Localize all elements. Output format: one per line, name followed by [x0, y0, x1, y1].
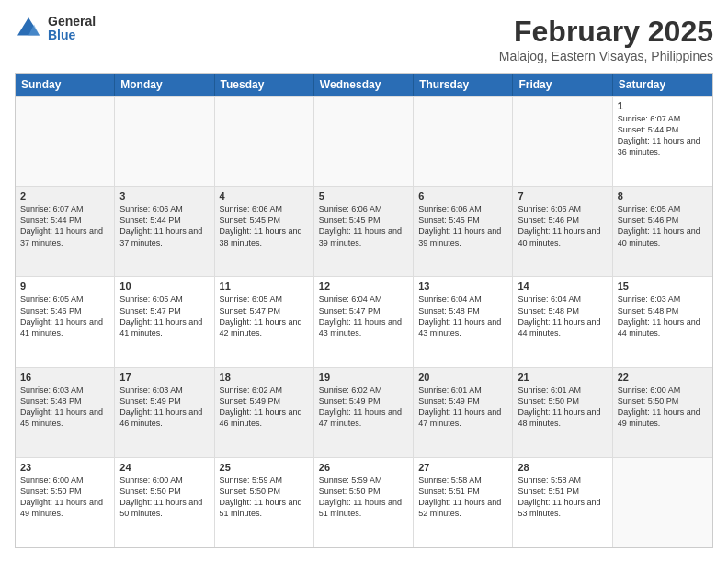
- calendar-cell: 2Sunrise: 6:07 AMSunset: 5:44 PMDaylight…: [16, 187, 115, 276]
- day-number: 3: [119, 190, 209, 201]
- day-number: 11: [220, 281, 309, 292]
- calendar-cell: 21Sunrise: 6:01 AMSunset: 5:50 PMDayligh…: [513, 368, 612, 457]
- cell-info: Sunrise: 6:06 AMSunset: 5:46 PMDaylight:…: [518, 203, 607, 248]
- calendar-cell: 18Sunrise: 6:02 AMSunset: 5:49 PMDayligh…: [215, 368, 314, 457]
- day-number: 19: [319, 372, 408, 383]
- calendar-cell: 7Sunrise: 6:06 AMSunset: 5:46 PMDaylight…: [513, 187, 612, 276]
- calendar: SundayMondayTuesdayWednesdayThursdayFrid…: [15, 73, 713, 548]
- calendar-row: 9Sunrise: 6:05 AMSunset: 5:46 PMDaylight…: [16, 276, 712, 366]
- cell-info: Sunrise: 6:03 AMSunset: 5:48 PMDaylight:…: [618, 293, 708, 339]
- calendar-cell: 10Sunrise: 6:05 AMSunset: 5:47 PMDayligh…: [115, 277, 214, 366]
- calendar-cell: [215, 97, 314, 186]
- cell-info: Sunrise: 6:05 AMSunset: 5:46 PMDaylight:…: [20, 293, 109, 339]
- cell-info: Sunrise: 6:06 AMSunset: 5:45 PMDaylight:…: [220, 203, 309, 248]
- day-number: 9: [20, 281, 109, 292]
- cell-info: Sunrise: 6:00 AMSunset: 5:50 PMDaylight:…: [119, 475, 209, 520]
- calendar-cell: 19Sunrise: 6:02 AMSunset: 5:49 PMDayligh…: [314, 368, 414, 457]
- day-number: 21: [518, 372, 607, 383]
- calendar-header-cell: Sunday: [16, 74, 115, 96]
- calendar-cell: 16Sunrise: 6:03 AMSunset: 5:48 PMDayligh…: [16, 368, 115, 457]
- calendar-cell: 20Sunrise: 6:01 AMSunset: 5:49 PMDayligh…: [414, 368, 513, 457]
- day-number: 18: [220, 372, 309, 383]
- cell-info: Sunrise: 5:58 AMSunset: 5:51 PMDaylight:…: [518, 475, 607, 520]
- calendar-cell: 5Sunrise: 6:06 AMSunset: 5:45 PMDaylight…: [314, 187, 414, 276]
- day-number: 14: [518, 281, 607, 292]
- day-number: 12: [319, 281, 408, 292]
- day-number: 10: [119, 281, 209, 292]
- calendar-cell: 11Sunrise: 6:05 AMSunset: 5:47 PMDayligh…: [215, 277, 314, 366]
- calendar-header-cell: Tuesday: [215, 74, 314, 96]
- day-number: 20: [418, 372, 507, 383]
- logo: General Blue: [15, 15, 96, 43]
- calendar-row: 23Sunrise: 6:00 AMSunset: 5:50 PMDayligh…: [16, 457, 712, 547]
- calendar-cell: 27Sunrise: 5:58 AMSunset: 5:51 PMDayligh…: [414, 458, 513, 547]
- calendar-cell: 14Sunrise: 6:04 AMSunset: 5:48 PMDayligh…: [513, 277, 612, 366]
- cell-info: Sunrise: 6:07 AMSunset: 5:44 PMDaylight:…: [618, 113, 708, 158]
- calendar-row: 16Sunrise: 6:03 AMSunset: 5:48 PMDayligh…: [16, 367, 712, 457]
- calendar-cell: 3Sunrise: 6:06 AMSunset: 5:44 PMDaylight…: [115, 187, 214, 276]
- calendar-cell: 15Sunrise: 6:03 AMSunset: 5:48 PMDayligh…: [613, 277, 712, 366]
- subtitle: Malajog, Eastern Visayas, Philippines: [499, 49, 713, 63]
- cell-info: Sunrise: 6:04 AMSunset: 5:48 PMDaylight:…: [418, 293, 507, 339]
- main-title: February 2025: [499, 15, 713, 49]
- calendar-cell: 28Sunrise: 5:58 AMSunset: 5:51 PMDayligh…: [513, 458, 612, 547]
- cell-info: Sunrise: 6:03 AMSunset: 5:48 PMDaylight:…: [20, 385, 109, 430]
- cell-info: Sunrise: 6:07 AMSunset: 5:44 PMDaylight:…: [20, 203, 109, 248]
- calendar-cell: 12Sunrise: 6:04 AMSunset: 5:47 PMDayligh…: [314, 277, 414, 366]
- calendar-cell: 24Sunrise: 6:00 AMSunset: 5:50 PMDayligh…: [115, 458, 214, 547]
- day-number: 28: [518, 462, 607, 473]
- cell-info: Sunrise: 6:06 AMSunset: 5:44 PMDaylight:…: [119, 203, 209, 248]
- calendar-cell: [513, 97, 612, 186]
- calendar-cell: 22Sunrise: 6:00 AMSunset: 5:50 PMDayligh…: [613, 368, 712, 457]
- day-number: 1: [618, 100, 708, 111]
- day-number: 27: [418, 462, 507, 473]
- cell-info: Sunrise: 5:59 AMSunset: 5:50 PMDaylight:…: [220, 475, 309, 520]
- calendar-header-cell: Monday: [115, 74, 214, 96]
- day-number: 5: [319, 190, 408, 201]
- calendar-row: 2Sunrise: 6:07 AMSunset: 5:44 PMDaylight…: [16, 186, 712, 276]
- day-number: 15: [618, 281, 708, 292]
- day-number: 26: [319, 462, 408, 473]
- day-number: 25: [220, 462, 309, 473]
- calendar-header-cell: Wednesday: [314, 74, 414, 96]
- calendar-cell: [613, 458, 712, 547]
- calendar-cell: 17Sunrise: 6:03 AMSunset: 5:49 PMDayligh…: [115, 368, 214, 457]
- day-number: 16: [20, 372, 109, 383]
- cell-info: Sunrise: 6:05 AMSunset: 5:47 PMDaylight:…: [119, 293, 209, 339]
- cell-info: Sunrise: 5:59 AMSunset: 5:50 PMDaylight:…: [319, 475, 408, 520]
- cell-info: Sunrise: 6:06 AMSunset: 5:45 PMDaylight:…: [418, 203, 507, 248]
- calendar-cell: [16, 97, 115, 186]
- header: General Blue February 2025 Malajog, East…: [15, 15, 713, 63]
- cell-info: Sunrise: 6:03 AMSunset: 5:49 PMDaylight:…: [119, 385, 209, 430]
- day-number: 13: [418, 281, 507, 292]
- day-number: 4: [220, 190, 309, 201]
- calendar-cell: 6Sunrise: 6:06 AMSunset: 5:45 PMDaylight…: [414, 187, 513, 276]
- calendar-row: 1Sunrise: 6:07 AMSunset: 5:44 PMDaylight…: [16, 96, 712, 186]
- day-number: 2: [20, 190, 109, 201]
- cell-info: Sunrise: 6:01 AMSunset: 5:49 PMDaylight:…: [418, 385, 507, 430]
- logo-general-text: General: [48, 15, 96, 29]
- day-number: 6: [418, 190, 507, 201]
- cell-info: Sunrise: 6:04 AMSunset: 5:48 PMDaylight:…: [518, 293, 607, 339]
- day-number: 17: [119, 372, 209, 383]
- calendar-header: SundayMondayTuesdayWednesdayThursdayFrid…: [16, 74, 712, 96]
- cell-info: Sunrise: 6:05 AMSunset: 5:47 PMDaylight:…: [220, 293, 309, 339]
- calendar-cell: [115, 97, 214, 186]
- day-number: 8: [618, 190, 708, 201]
- calendar-cell: [414, 97, 513, 186]
- day-number: 23: [20, 462, 109, 473]
- calendar-cell: 4Sunrise: 6:06 AMSunset: 5:45 PMDaylight…: [215, 187, 314, 276]
- logo-icon: [15, 15, 42, 42]
- calendar-header-cell: Friday: [513, 74, 612, 96]
- cell-info: Sunrise: 6:04 AMSunset: 5:47 PMDaylight:…: [319, 293, 408, 339]
- calendar-cell: [314, 97, 414, 186]
- calendar-header-cell: Thursday: [414, 74, 513, 96]
- calendar-cell: 9Sunrise: 6:05 AMSunset: 5:46 PMDaylight…: [16, 277, 115, 366]
- calendar-cell: 25Sunrise: 5:59 AMSunset: 5:50 PMDayligh…: [215, 458, 314, 547]
- calendar-body: 1Sunrise: 6:07 AMSunset: 5:44 PMDaylight…: [16, 96, 712, 547]
- day-number: 24: [119, 462, 209, 473]
- cell-info: Sunrise: 6:06 AMSunset: 5:45 PMDaylight:…: [319, 203, 408, 248]
- page: General Blue February 2025 Malajog, East…: [0, 0, 728, 563]
- logo-blue-text: Blue: [48, 29, 96, 42]
- day-number: 7: [518, 190, 607, 201]
